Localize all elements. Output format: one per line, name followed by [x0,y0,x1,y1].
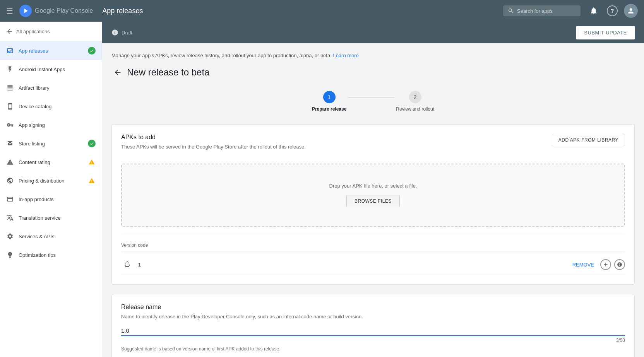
sidebar-item-translation-service[interactable]: Translation service [0,208,102,227]
back-button[interactable] [111,66,124,79]
add-version-button[interactable] [600,259,611,270]
stepper: 1 Prepare release 2 Review and rollout [111,91,635,112]
status-text: Draft [122,30,132,36]
submit-update-button[interactable]: SUBMIT UPDATE [576,26,635,39]
sidebar-label-in-app-products: In-app products [19,196,53,202]
sidebar-back-button[interactable]: All applications [0,22,102,41]
version-info-button[interactable] [614,259,625,270]
sidebar-label-content-rating: Content rating [19,159,50,165]
notifications-button[interactable] [587,4,601,18]
sidebar-item-app-releases[interactable]: App releases [0,41,102,60]
content-rating-badge [88,158,96,166]
sidebar-label-store-listing: Store listing [19,141,45,147]
apk-card-title: APKs to add [121,134,306,141]
step-1-label: Prepare release [312,106,346,112]
sidebar-label-app-signing: App signing [19,122,45,128]
page-sub-header: Draft SUBMIT UPDATE [102,22,644,43]
store-listing-badge [88,140,96,147]
sidebar-item-in-app-products[interactable]: In-app products [0,190,102,208]
sidebar-item-services-apis[interactable]: Services & APIs [0,227,102,246]
avatar[interactable] [624,4,638,18]
sidebar-label-android-instant-apps: Android Instant Apps [19,67,65,72]
brand-name: Google Play Console [35,7,93,14]
app-releases-badge [88,47,96,55]
apk-drop-zone[interactable]: Drop your APK file here, or select a fil… [121,164,625,227]
release-name-hint: Suggested name is based on version name … [121,346,625,352]
release-name-value: 1.0 [121,327,625,336]
in-app-products-icon [6,195,14,203]
apk-icon [121,258,134,271]
back-title-row: New release to beta [111,66,635,79]
top-nav: ☰ Google Play Console App releases Searc… [0,0,644,22]
app-releases-icon [6,47,14,55]
pricing-distribution-icon [6,177,14,184]
char-count: 3/50 [121,338,625,343]
play-logo-icon [19,5,32,17]
release-name-card: Release name Name to identify release in… [111,294,635,357]
sidebar-item-content-rating[interactable]: Content rating [0,153,102,171]
sidebar-item-store-listing[interactable]: Store listing [0,134,102,153]
pricing-distribution-badge [88,177,96,184]
main-layout: All applications App releases Android In… [0,22,644,357]
sidebar-item-app-signing[interactable]: App signing [0,116,102,134]
search-icon [508,8,514,14]
hamburger-icon[interactable]: ☰ [6,6,13,15]
release-name-title: Release name [121,304,625,311]
sidebar-item-optimization-tips[interactable]: Optimization tips [0,246,102,264]
android-instant-apps-icon [6,65,14,73]
version-row: 1 REMOVE [121,255,625,275]
drop-zone-text: Drop your APK file here, or select a fil… [131,183,615,189]
inner-content: Manage your app's APKs, review release h… [102,43,644,357]
step-2-circle: 2 [409,91,421,103]
back-label: All applications [16,29,50,34]
sidebar-label-services-apis: Services & APIs [19,234,54,239]
info-bar: Manage your app's APKs, review release h… [111,53,635,58]
sidebar-label-pricing-distribution: Pricing & distribution [19,178,65,184]
version-table: Version code 1 REMOVE [121,233,625,275]
sidebar-label-translation-service: Translation service [19,215,61,221]
content-rating-icon [6,158,14,166]
logo: Google Play Console [19,5,93,17]
info-icon [111,29,118,36]
help-button[interactable]: ? [607,5,618,16]
step-connector [348,97,394,98]
add-apk-from-library-button[interactable]: ADD APK FROM LIBRARY [552,134,625,146]
device-catalog-icon [6,102,14,110]
search-bar[interactable]: Search for apps [503,5,581,16]
step-1-circle: 1 [323,91,336,103]
translation-service-icon [6,214,14,222]
step-2: 2 Review and rollout [396,91,434,112]
sidebar-item-pricing-distribution[interactable]: Pricing & distribution [0,171,102,190]
sidebar-item-device-catalog[interactable]: Device catalog [0,97,102,116]
optimization-tips-icon [6,251,14,259]
sidebar-label-app-releases: App releases [19,48,48,54]
services-apis-icon [6,232,14,240]
step-2-label: Review and rollout [396,106,434,112]
sidebar-label-artifact-library: Artifact library [19,85,49,91]
sidebar: All applications App releases Android In… [0,22,102,357]
draft-status: Draft [111,29,132,36]
apk-card: APKs to add These APKs will be served in… [111,124,635,285]
learn-more-link[interactable]: Learn more [333,53,358,58]
nav-actions: Search for apps ? [503,4,638,18]
sidebar-item-artifact-library[interactable]: Artifact library [0,79,102,97]
version-code-value: 1 [138,262,572,268]
page-title: New release to beta [127,67,209,78]
browse-files-button[interactable]: BROWSE FILES [346,195,400,207]
apk-card-subtitle: These APKs will be served in the Google … [121,144,306,150]
back-arrow-icon [6,28,13,35]
store-listing-icon [6,140,14,147]
app-signing-icon [6,121,14,129]
sidebar-item-android-instant-apps[interactable]: Android Instant Apps [0,60,102,79]
artifact-library-icon [6,84,14,92]
step-1: 1 Prepare release [312,91,346,112]
sidebar-label-optimization-tips: Optimization tips [19,252,56,258]
release-name-subtitle: Name to identify release in the Play Dev… [121,314,625,319]
version-table-header: Version code [121,239,625,251]
sidebar-label-device-catalog: Device catalog [19,104,51,109]
main-content: Draft SUBMIT UPDATE Manage your app's AP… [102,22,644,357]
page-heading: App releases [102,7,143,15]
remove-link[interactable]: REMOVE [572,262,594,268]
